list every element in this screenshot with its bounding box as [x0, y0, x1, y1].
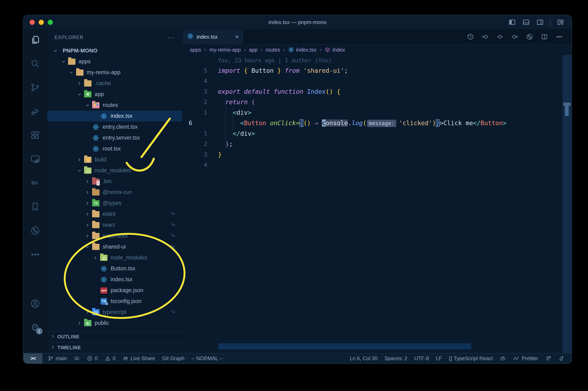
line-number[interactable]: 5	[183, 65, 207, 76]
prev-change-icon[interactable]	[482, 33, 489, 40]
code-line[interactable]: 4	[183, 76, 572, 86]
layout-panel-icon[interactable]	[522, 18, 530, 26]
line-number[interactable]: 3	[183, 86, 207, 97]
tree-item-index-tsx[interactable]: index.tsx	[47, 274, 182, 285]
tree-item--remix-run[interactable]: @remix-run	[47, 187, 182, 198]
activity-bar-item-explorer[interactable]	[29, 34, 41, 46]
code-editor[interactable]: You, 23 hours ago | 1 author (You) 5impo…	[183, 55, 572, 353]
status-item-notifications[interactable]	[558, 355, 564, 361]
history-icon[interactable]	[467, 33, 474, 40]
breadcrumb-item-my-remix-app[interactable]: my-remix-app	[209, 47, 241, 53]
line-number[interactable]: 4	[183, 160, 207, 170]
code-line[interactable]: 3}	[183, 149, 572, 160]
activity-bar-item-more-views[interactable]	[29, 249, 41, 260]
status-item-copilot[interactable]	[500, 355, 506, 361]
status-item-live-share[interactable]: Live Share	[122, 355, 155, 361]
status-item-errors[interactable]: 0	[87, 355, 98, 361]
tree-item-root-tsx[interactable]: root.tsx	[47, 143, 182, 154]
line-number[interactable]: 4	[183, 76, 207, 86]
status-item-encoding[interactable]: UTF-8	[414, 355, 429, 361]
line-number[interactable]: 2	[183, 139, 207, 149]
workspace-root-pnpm-mono[interactable]: PNPM-MONO	[47, 45, 182, 56]
line-number[interactable]: 1	[183, 128, 207, 139]
activity-bar-item-remote-explorer[interactable]	[29, 153, 41, 165]
line-number[interactable]: 1	[183, 107, 207, 118]
tree-item-eslint[interactable]: eslint	[47, 209, 182, 219]
tab-index-tsx[interactable]: index.tsx ×	[183, 30, 244, 44]
activity-bar-item-git-graph[interactable]	[29, 225, 41, 236]
tree-item-apps[interactable]: apps	[47, 56, 182, 67]
breadcrumb-item-app[interactable]: app	[249, 47, 258, 53]
code-line[interactable]: 1 </div>	[183, 128, 572, 139]
activity-bar-item-extensions[interactable]	[29, 129, 41, 141]
tree-item-react[interactable]: react	[47, 219, 182, 230]
activity-bar-item-accounts[interactable]	[29, 298, 41, 309]
ellipsis-h-icon[interactable]	[556, 33, 563, 40]
sidebar-section-outline[interactable]: OUTLINE	[47, 331, 182, 342]
tree-item-shared-ui[interactable]: shared-ui	[47, 241, 182, 252]
code-line[interactable]: 3export default function Index() {	[183, 86, 572, 97]
status-item-publish[interactable]	[74, 355, 80, 361]
status-item-prettier[interactable]: ✓✓Prettier	[513, 355, 538, 362]
next-change-icon[interactable]	[511, 33, 518, 40]
code-line[interactable]: 5import { Button } from 'shared-ui';	[183, 65, 572, 76]
activity-bar-item-nx-console[interactable]: N≥	[29, 177, 41, 189]
status-item-feedback[interactable]	[545, 355, 551, 361]
activity-bar-item-bookmarks[interactable]	[29, 201, 41, 212]
open-change-icon[interactable]	[496, 33, 504, 40]
tree-item-app[interactable]: ⚙app	[47, 89, 182, 100]
activity-bar-item-source-control[interactable]	[29, 82, 41, 93]
tree-item-package-json[interactable]: npmpackage.json	[47, 285, 182, 296]
tree-item-tsconfig-json[interactable]: TS⚙tsconfig.json	[47, 296, 182, 307]
status-item-vim-mode[interactable]: -- NORMAL --	[192, 355, 223, 361]
tree-item-button-tsx[interactable]: Button.tsx	[47, 263, 182, 274]
status-item-branch[interactable]: main	[48, 355, 67, 361]
tree-item-routes[interactable]: routes	[47, 100, 182, 111]
code-line[interactable]: 2 return (	[183, 97, 572, 107]
tree-item--types[interactable]: TS@types	[47, 198, 182, 209]
tree-item-entry-client-tsx[interactable]: entry.client.tsx	[47, 121, 182, 132]
activity-bar-item-search[interactable]	[29, 58, 41, 70]
status-item-eol[interactable]: LF	[436, 355, 442, 361]
code-line[interactable]: 6 <Button onClick={() ⇒ console.log(mess…	[183, 118, 572, 128]
status-item-warnings[interactable]: 0	[105, 355, 115, 361]
tree-item-index-tsx[interactable]: index.tsx	[47, 111, 182, 121]
close-tab-icon[interactable]: ×	[235, 33, 239, 40]
line-number[interactable]: 2	[183, 97, 207, 107]
tree-item--cache[interactable]: .cache	[47, 78, 182, 89]
tree-item-react-dom[interactable]: react-dom	[47, 230, 182, 241]
tree-item-typescript[interactable]: TStypescript	[47, 307, 182, 318]
status-item-language-mode[interactable]: {} TypeScript React	[449, 355, 493, 361]
tree-item-my-remix-app[interactable]: my-remix-app	[47, 67, 182, 78]
minimap-scrollbar[interactable]	[563, 55, 572, 353]
current-line-number[interactable]: 6	[183, 118, 207, 128]
status-item-cursor-position[interactable]: Ln 6, Col 30	[350, 355, 378, 361]
line-number[interactable]: 3	[183, 149, 207, 160]
layout-sidebar-left-icon[interactable]	[508, 18, 516, 26]
status-item-indentation[interactable]: Spaces: 2	[385, 355, 407, 361]
sidebar-more-actions-icon[interactable]: ···	[167, 34, 175, 41]
code-line[interactable]: 4	[183, 160, 572, 170]
status-item-git-graph[interactable]: Git Graph	[162, 355, 185, 361]
tree-item-build[interactable]: build	[47, 154, 182, 165]
tree-item-entry-server-tsx[interactable]: entry.server.tsx	[47, 132, 182, 143]
activity-bar-item-settings[interactable]: ⚙1	[29, 322, 41, 333]
code-line[interactable]: 2 );	[183, 139, 572, 149]
tree-item-node-modules[interactable]: node_modules	[47, 252, 182, 263]
horizontal-scrollbar[interactable]	[218, 343, 471, 349]
code-line[interactable]: 1 <div>	[183, 107, 572, 118]
sidebar-section-timeline[interactable]: TIMELINE	[47, 342, 182, 353]
breadcrumb-item-index[interactable]: Index	[325, 47, 345, 53]
tree-item--bin[interactable]: 0110.bin	[47, 176, 182, 187]
tree-item-node-modules[interactable]: node_modules	[47, 165, 182, 176]
git-circle-icon[interactable]	[526, 33, 533, 40]
layout-customize-icon[interactable]	[557, 18, 565, 26]
breadcrumb-item-apps[interactable]: apps	[190, 47, 201, 53]
breadcrumb-item-routes[interactable]: routes	[266, 47, 280, 53]
remote-indicator[interactable]: ><	[23, 353, 42, 364]
activity-bar-item-run-debug[interactable]	[29, 106, 41, 117]
breadcrumb-item-index-tsx[interactable]: index.tsx	[288, 47, 316, 53]
tree-item-public[interactable]: public	[47, 318, 182, 328]
layout-sidebar-right-icon[interactable]	[536, 18, 544, 26]
split-editor-icon[interactable]	[541, 33, 548, 40]
